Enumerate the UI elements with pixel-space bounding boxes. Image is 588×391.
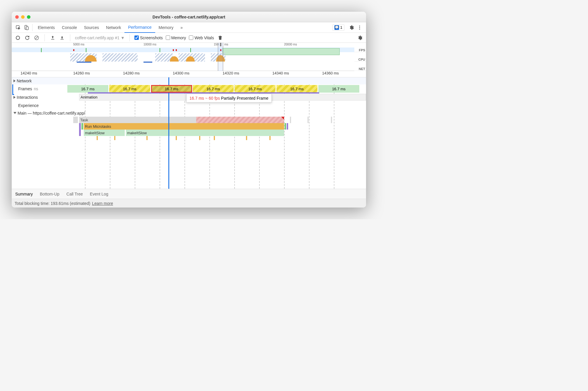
flame-tick[interactable] [246, 136, 247, 140]
overview-tick: 20000 ms [284, 43, 297, 46]
flame-block[interactable] [285, 123, 286, 130]
tab-network[interactable]: Network [102, 22, 124, 33]
flame-block[interactable] [79, 130, 81, 136]
flame-tick[interactable] [146, 136, 148, 140]
capture-settings-gear-icon[interactable] [357, 35, 363, 41]
trash-icon[interactable] [217, 35, 223, 41]
divider [70, 34, 70, 41]
details-tabbar: Summary Bottom-Up Call Tree Event Log [12, 189, 366, 199]
frames-track[interactable]: Framesns 16.7 ms 16.7 ms 16.7 ms 16.7 ms… [12, 84, 366, 93]
task-block[interactable] [73, 117, 78, 123]
flame-tick[interactable] [214, 136, 215, 140]
tab-performance[interactable]: Performance [124, 22, 155, 33]
flame-block[interactable] [79, 123, 81, 130]
function-block[interactable]: makeItSlow [126, 130, 284, 136]
main-label: Main — https://coffee-cart.netlify.app/ [18, 111, 85, 115]
flame-block[interactable] [81, 123, 83, 130]
tracks-area[interactable]: Network Framesns 16.7 ms 16.7 ms 16.7 ms… [12, 77, 366, 189]
record-button[interactable] [15, 35, 21, 41]
tab-more[interactable]: » [177, 22, 186, 33]
task-block[interactable] [307, 117, 309, 123]
tab-console[interactable]: Console [58, 22, 80, 33]
reload-record-button[interactable] [24, 35, 30, 41]
expand-icon[interactable] [13, 96, 16, 99]
microtasks-block[interactable]: Run Microtasks [84, 123, 284, 130]
timeline-overview[interactable]: 5000 ms 10000 ms 150 ms 20000 ms [12, 43, 366, 71]
ruler-tick: 14280 ms [123, 71, 140, 75]
tab-summary[interactable]: Summary [15, 192, 33, 196]
flame-graph[interactable]: Task Run Microtasks makeItSlow makeItSlo… [12, 117, 366, 181]
flame-tick[interactable] [269, 136, 271, 140]
tab-event-log[interactable]: Event Log [90, 192, 108, 196]
inspect-icon[interactable] [14, 23, 22, 32]
memory-input[interactable] [166, 35, 170, 40]
minimize-window-button[interactable] [21, 15, 25, 19]
fps-bar [41, 48, 42, 52]
download-profile-icon[interactable] [59, 35, 65, 41]
frame-block[interactable]: 16.7 ms [318, 85, 359, 93]
kebab-menu-icon[interactable] [355, 23, 364, 32]
detail-ruler[interactable]: 14240 ms 14260 ms 14280 ms 14300 ms 1432… [12, 71, 366, 77]
ruler-tick: 14300 ms [173, 71, 189, 75]
playhead[interactable] [168, 77, 169, 189]
frame-block[interactable]: 16.7 ms [193, 85, 234, 93]
function-block[interactable]: makeItSlow [84, 130, 125, 136]
memory-checkbox[interactable]: Memory [166, 35, 186, 40]
long-task-block[interactable] [196, 117, 284, 123]
tab-bottom-up[interactable]: Bottom-Up [40, 192, 59, 196]
expand-icon[interactable] [13, 79, 16, 82]
maximize-window-button[interactable] [27, 15, 30, 19]
flame-tick[interactable] [97, 136, 98, 140]
flame-tick[interactable] [199, 136, 200, 140]
close-window-button[interactable] [15, 15, 19, 19]
frame-block-selected[interactable]: 16.7 ms [151, 85, 192, 93]
divider [129, 34, 130, 41]
overview-tick: 5000 ms [73, 43, 84, 46]
overview-ruler: 5000 ms 10000 ms 150 ms 20000 ms [12, 43, 354, 47]
memory-label: Memory [171, 35, 186, 40]
webvitals-input[interactable] [189, 35, 193, 40]
frame-block[interactable]: 16.7 ms [276, 85, 317, 93]
upload-profile-icon[interactable] [49, 35, 56, 41]
task-block[interactable]: Task [79, 117, 196, 123]
screenshots-checkbox[interactable]: Screenshots [134, 35, 163, 40]
webvitals-checkbox[interactable]: Web Vitals [189, 35, 214, 40]
issues-count: 1 [340, 25, 342, 30]
interactions-label: Interactions [17, 95, 38, 100]
status-bar: Total blocking time: 193.61ms (estimated… [12, 199, 366, 208]
overview-selection[interactable] [218, 43, 223, 71]
devtools-window: DevTools - coffee-cart.netlify.app/cart … [12, 12, 366, 208]
task-block[interactable] [331, 117, 332, 123]
task-block[interactable] [290, 117, 291, 123]
perf-toolbar: coffee-cart.netlify.app #1 ▼ Screenshots… [12, 33, 366, 43]
flame-tick[interactable] [176, 136, 177, 140]
recording-selector[interactable]: coffee-cart.netlify.app #1 ▼ [75, 35, 125, 40]
frame-block[interactable]: 16.7 ms [109, 85, 150, 93]
clear-button[interactable] [33, 35, 40, 41]
main-track-header[interactable]: Main — https://coffee-cart.netlify.app/ [12, 110, 366, 117]
tab-call-tree[interactable]: Call Tree [66, 192, 83, 196]
fps-label: FPS [354, 43, 366, 52]
flame-block[interactable] [287, 123, 288, 130]
tab-memory[interactable]: Memory [155, 22, 177, 33]
tab-elements[interactable]: Elements [34, 22, 58, 33]
device-toggle-icon[interactable] [22, 23, 30, 32]
dropdown-icon: ▼ [121, 35, 125, 40]
frame-tooltip: 16.7 ms ~ 60 fps Partially Presented Fra… [186, 94, 272, 103]
experience-track[interactable]: Experience [12, 101, 366, 110]
settings-gear-icon[interactable] [347, 23, 355, 32]
frame-block[interactable]: 16.7 ms [67, 85, 108, 93]
net-label: NET [354, 62, 366, 71]
frame-block[interactable]: 16.7 ms [235, 85, 276, 93]
flame-tick[interactable] [114, 136, 115, 140]
collapse-icon[interactable] [13, 112, 16, 114]
window-title: DevTools - coffee-cart.netlify.app/cart [12, 15, 366, 19]
fps-bar [190, 48, 191, 52]
screenshots-input[interactable] [134, 35, 139, 40]
network-track[interactable]: Network [12, 77, 366, 84]
learn-more-link[interactable]: Learn more [92, 201, 113, 206]
ruler-tick: 14320 ms [223, 71, 239, 75]
svg-point-3 [359, 25, 360, 26]
issues-badge[interactable]: 💬 1 [332, 24, 344, 31]
tab-sources[interactable]: Sources [81, 22, 102, 33]
